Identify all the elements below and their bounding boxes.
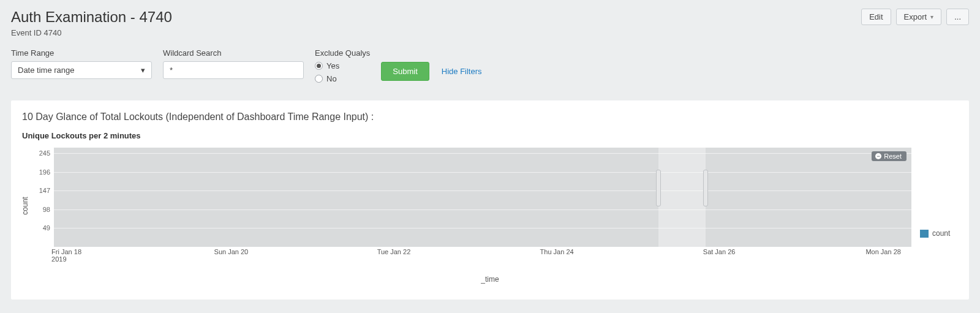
- legend: count: [911, 148, 960, 264]
- panel-title: 10 Day Glance of Total Lockouts (Indepen…: [22, 111, 960, 123]
- x-tick: Mon Jan 28: [865, 248, 900, 255]
- radio-label-no: No: [326, 74, 337, 83]
- y-tick: 147: [39, 187, 50, 194]
- exclude-qualys-no-radio[interactable]: No: [315, 74, 370, 83]
- export-button[interactable]: Export ▾: [896, 9, 942, 25]
- y-tick: 196: [39, 168, 50, 176]
- time-range-dropdown[interactable]: Date time range ▾: [11, 61, 152, 79]
- legend-label: count: [932, 229, 950, 238]
- edit-button[interactable]: Edit: [861, 9, 891, 25]
- page-title: Auth Examination - 4740: [11, 9, 861, 26]
- wildcard-search-input[interactable]: [163, 61, 304, 79]
- exclude-qualys-yes-radio[interactable]: Yes: [315, 61, 370, 70]
- selection-handle-right[interactable]: [703, 170, 708, 206]
- more-actions-button[interactable]: ...: [946, 9, 969, 25]
- radio-unselected-icon: [315, 75, 323, 83]
- submit-button[interactable]: Submit: [381, 62, 429, 81]
- x-tick: Thu Jan 24: [540, 248, 574, 255]
- reset-label: Reset: [884, 153, 902, 160]
- time-range-value: Date time range: [18, 66, 75, 75]
- page-subtitle: Event ID 4740: [11, 28, 861, 37]
- exclude-qualys-label: Exclude Qualys: [315, 48, 370, 58]
- panel-subtitle: Unique Lockouts per 2 minutes: [22, 131, 960, 140]
- radio-label-yes: Yes: [326, 61, 339, 70]
- x-tick: Fri Jan 182019: [51, 248, 81, 263]
- chevron-down-icon: ▾: [141, 66, 145, 75]
- legend-color-swatch: [920, 230, 929, 238]
- wildcard-search-label: Wildcard Search: [163, 48, 304, 58]
- x-tick: Sat Jan 26: [703, 248, 736, 255]
- y-tick: 49: [43, 224, 50, 232]
- reset-zoom-button[interactable]: − Reset: [872, 151, 907, 161]
- x-axis-label: _time: [20, 275, 960, 284]
- time-range-label: Time Range: [11, 48, 152, 58]
- reset-icon: −: [875, 153, 881, 159]
- x-tick: Sun Jan 20: [214, 248, 249, 255]
- x-tick: Tue Jan 22: [377, 248, 411, 255]
- hide-filters-link[interactable]: Hide Filters: [442, 67, 482, 76]
- export-button-label: Export: [904, 12, 927, 21]
- selection-handle-left[interactable]: [656, 170, 661, 206]
- chevron-down-icon: ▾: [930, 13, 933, 20]
- y-axis-label: count: [20, 148, 31, 264]
- chart-area[interactable]: 4998147196245 − Reset Fri Jan 182019Sun …: [31, 148, 911, 264]
- y-tick: 245: [39, 149, 50, 157]
- radio-selected-icon: [315, 62, 323, 70]
- y-tick: 98: [43, 206, 50, 213]
